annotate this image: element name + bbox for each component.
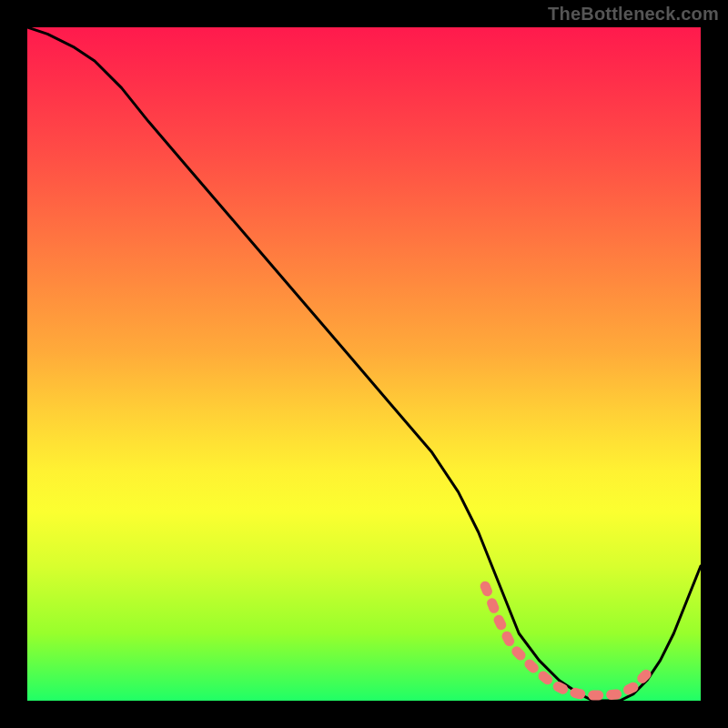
main-curve-path [27, 27, 701, 701]
watermark-text: TheBottleneck.com [548, 4, 719, 25]
highlight-curve-path [485, 586, 647, 695]
curve-svg [27, 27, 701, 701]
chart-frame: TheBottleneck.com [0, 0, 728, 728]
plot-area [27, 27, 701, 701]
